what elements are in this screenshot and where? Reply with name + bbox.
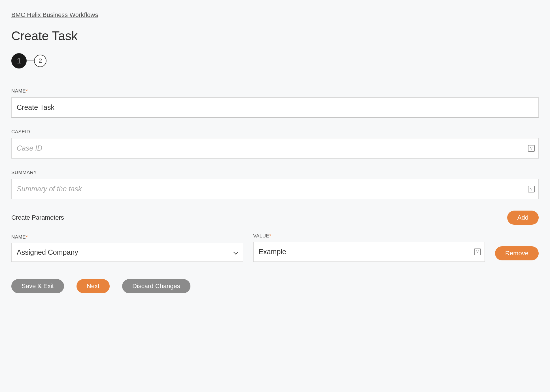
step-connector [27, 61, 34, 61]
name-label: NAME* [11, 88, 539, 94]
parameter-row: NAME* Assigned Company VALUE* V Remove [11, 233, 539, 262]
param-value-label-text: VALUE [253, 233, 269, 239]
required-asterisk: * [26, 234, 28, 240]
add-parameter-button[interactable]: Add [507, 211, 539, 225]
param-name-col: NAME* Assigned Company [11, 234, 243, 262]
name-input[interactable] [11, 97, 539, 118]
footer-actions: Save & Exit Next Discard Changes [11, 279, 539, 293]
param-name-select[interactable]: Assigned Company [11, 243, 243, 262]
caseid-label: CASEID [11, 129, 539, 135]
variable-picker-icon[interactable]: V [528, 145, 535, 152]
save-exit-button[interactable]: Save & Exit [11, 279, 64, 293]
step-2[interactable]: 2 [34, 55, 46, 67]
field-group-name: NAME* [11, 88, 539, 118]
variable-picker-icon[interactable]: V [474, 249, 481, 255]
remove-parameter-button[interactable]: Remove [495, 246, 539, 260]
breadcrumb-link[interactable]: BMC Helix Business Workflows [11, 11, 98, 19]
param-name-label: NAME* [11, 234, 243, 240]
next-button[interactable]: Next [77, 279, 110, 293]
page-title: Create Task [11, 29, 539, 43]
caseid-input[interactable] [11, 138, 539, 158]
param-name-label-text: NAME [11, 234, 26, 240]
required-asterisk: * [269, 233, 271, 239]
step-1[interactable]: 1 [11, 53, 27, 68]
param-value-label: VALUE* [253, 233, 485, 239]
parameters-section-header: Create Parameters Add [11, 211, 539, 225]
param-actions: Remove [495, 246, 539, 262]
discard-changes-button[interactable]: Discard Changes [122, 279, 190, 293]
summary-label: SUMMARY [11, 170, 539, 175]
param-value-input[interactable] [253, 242, 485, 262]
summary-input[interactable] [11, 179, 539, 199]
field-group-caseid: CASEID V [11, 129, 539, 158]
field-group-summary: SUMMARY V [11, 170, 539, 199]
parameters-section-label: Create Parameters [11, 214, 64, 221]
wizard-stepper: 1 2 [11, 53, 539, 68]
name-label-text: NAME [11, 88, 26, 94]
required-asterisk: * [26, 88, 28, 94]
variable-picker-icon[interactable]: V [528, 186, 535, 192]
param-value-col: VALUE* V [253, 233, 485, 262]
